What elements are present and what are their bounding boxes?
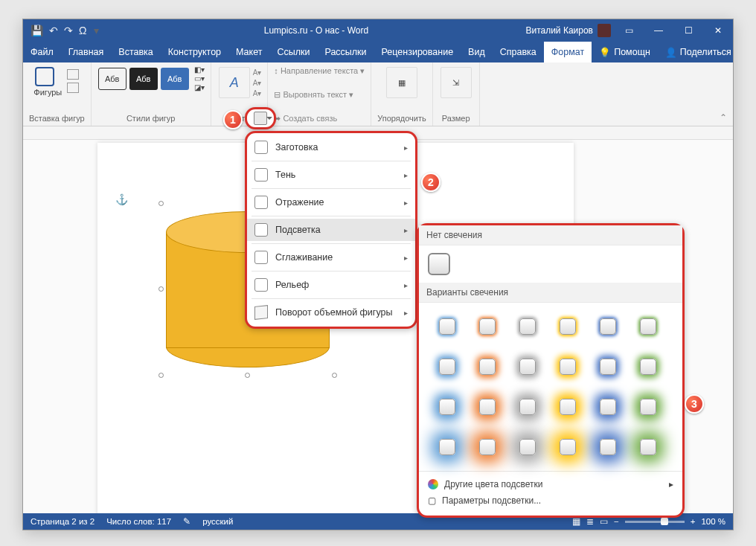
tell-me-button[interactable]: 💡 Помощн <box>592 47 658 58</box>
no-glow-option[interactable] <box>428 253 450 275</box>
glow-options[interactable]: ▢Параметры подсветки... <box>428 492 673 509</box>
user-name: Виталий Каиров <box>525 25 593 36</box>
menu-item-glow[interactable]: Подсветка▸ <box>247 219 415 241</box>
tab-mailings[interactable]: Рассылки <box>317 42 374 62</box>
glow-variant[interactable] <box>630 429 666 465</box>
glow-variant[interactable] <box>470 349 505 385</box>
glow-variant[interactable] <box>590 389 626 425</box>
group-label: Упорядочить <box>377 114 426 124</box>
view-mode-icon[interactable]: ▦ <box>572 516 580 527</box>
style-preset-3[interactable]: Абв <box>161 68 189 90</box>
zoom-slider[interactable] <box>625 521 685 523</box>
undo-icon[interactable]: ↶ <box>49 25 58 36</box>
collapse-ribbon-icon[interactable]: ⌃ <box>720 112 727 123</box>
user-account[interactable]: Виталий Каиров <box>525 24 614 37</box>
page-indicator[interactable]: Страница 2 из 2 <box>31 517 94 526</box>
tab-design[interactable]: Конструктор <box>161 42 228 62</box>
text-direction-button[interactable]: ↕ Направление текста ▾ <box>274 65 365 77</box>
glow-variant[interactable] <box>470 389 505 425</box>
glow-variant[interactable] <box>630 349 666 385</box>
glow-variant[interactable] <box>590 309 626 344</box>
menu-item-reflection[interactable]: Отражение▸ <box>247 191 415 213</box>
glow-variant[interactable] <box>550 389 586 425</box>
style-preset-1[interactable]: Абв <box>98 68 126 90</box>
qat-more-icon[interactable]: ▾ <box>94 25 99 36</box>
more-glow-colors[interactable]: Другие цвета подсветки▸ <box>428 476 673 492</box>
tab-references[interactable]: Ссылки <box>269 42 317 62</box>
maximize-icon[interactable]: ☐ <box>673 19 703 42</box>
glow-variant[interactable] <box>429 389 465 425</box>
menu-item-shadow[interactable]: Тень▸ <box>247 164 415 186</box>
save-icon[interactable]: 💾 <box>31 25 43 36</box>
edit-shape-icon[interactable] <box>67 69 79 80</box>
text-fill-icon[interactable]: A▾ <box>253 68 262 77</box>
view-mode-icon[interactable]: ▭ <box>600 516 608 527</box>
glow-variant[interactable] <box>429 429 465 465</box>
word-count[interactable]: Число слов: 117 <box>106 517 171 526</box>
shape-fill-icon[interactable]: ◧▾ <box>194 65 205 74</box>
tab-format[interactable]: Формат <box>544 42 592 62</box>
text-box-icon[interactable] <box>67 83 79 93</box>
glow-variant[interactable] <box>550 349 586 385</box>
menu-item-soft-edges[interactable]: Сглаживание▸ <box>247 246 415 269</box>
glow-variant[interactable] <box>630 309 666 344</box>
glow-variant[interactable] <box>550 429 586 465</box>
text-effects-icon[interactable]: A▾ <box>253 89 262 97</box>
resize-handle[interactable] <box>158 286 164 292</box>
glow-variant[interactable] <box>429 309 465 344</box>
tab-help[interactable]: Справка <box>493 42 544 62</box>
glow-variant[interactable] <box>470 429 505 465</box>
redo-icon[interactable]: ↷ <box>64 25 73 36</box>
zoom-out-icon[interactable]: − <box>614 517 619 526</box>
glow-variant[interactable] <box>510 429 545 465</box>
view-mode-icon[interactable]: ≣ <box>586 516 594 527</box>
shape-outline-icon[interactable]: ▭▾ <box>194 74 205 83</box>
zoom-level[interactable]: 100 % <box>701 517 725 526</box>
tab-file[interactable]: Файл <box>23 42 61 62</box>
minimize-icon[interactable]: — <box>644 19 673 42</box>
menu-item-preset[interactable]: Заготовка▸ <box>247 136 415 158</box>
glow-variant[interactable] <box>470 309 505 344</box>
express-styles-button[interactable]: A <box>219 67 250 98</box>
shape-effects-dropdown-button[interactable] <box>245 107 276 129</box>
resize-handle[interactable] <box>245 373 250 378</box>
zoom-in-icon[interactable]: + <box>691 517 696 526</box>
title-bar: 💾 ↶ ↷ Ω ▾ Lumpics.ru - О нас - Word Вита… <box>23 19 733 42</box>
group-shape-styles: Абв Абв Абв ◧▾ ▭▾ ◪▾ Стили фигур <box>92 62 211 126</box>
ribbon-display-icon[interactable]: ▭ <box>614 19 644 42</box>
resize-handle[interactable] <box>158 373 164 378</box>
glow-variant[interactable] <box>510 389 545 425</box>
tab-insert[interactable]: Вставка <box>111 42 160 62</box>
symbol-icon[interactable]: Ω <box>79 25 86 36</box>
resize-handle[interactable] <box>332 373 337 378</box>
language-indicator[interactable]: русский <box>202 517 233 526</box>
create-link-button[interactable]: ⬌ Создать связь <box>274 113 337 124</box>
glow-variant[interactable] <box>510 309 545 344</box>
tab-view[interactable]: Вид <box>461 42 493 62</box>
glow-variant[interactable] <box>550 309 586 344</box>
glow-variant[interactable] <box>590 349 626 385</box>
arrange-button[interactable]: ▦ <box>386 67 417 98</box>
shapes-gallery-icon[interactable] <box>35 67 54 86</box>
text-outline-icon[interactable]: A▾ <box>253 79 262 87</box>
close-icon[interactable]: ✕ <box>703 19 733 42</box>
resize-handle[interactable] <box>158 201 164 206</box>
menu-item-bevel[interactable]: Рельеф▸ <box>247 274 415 296</box>
style-preset-2[interactable]: Абв <box>129 68 158 90</box>
glow-section-header: Нет свечения <box>419 225 682 245</box>
color-wheel-icon <box>428 479 438 489</box>
align-text-button[interactable]: ⊟ Выровнять текст ▾ <box>274 89 353 100</box>
glow-variant[interactable] <box>590 429 626 465</box>
share-button[interactable]: 👤 Поделиться <box>658 47 739 58</box>
glow-variant[interactable] <box>510 349 545 385</box>
callout-badge-1: 1 <box>223 110 243 129</box>
spellcheck-icon[interactable]: ✎ <box>183 516 190 527</box>
menu-item-3d-rotation[interactable]: Поворот объемной фигуры▸ <box>247 301 415 324</box>
tab-home[interactable]: Главная <box>61 42 112 62</box>
tab-review[interactable]: Рецензирование <box>374 42 461 62</box>
glow-variant[interactable] <box>429 349 465 385</box>
glow-variant[interactable] <box>630 389 666 425</box>
tab-layout[interactable]: Макет <box>228 42 269 62</box>
shape-effects-icon[interactable]: ◪▾ <box>194 83 205 91</box>
size-button[interactable]: ⇲ <box>441 67 472 98</box>
